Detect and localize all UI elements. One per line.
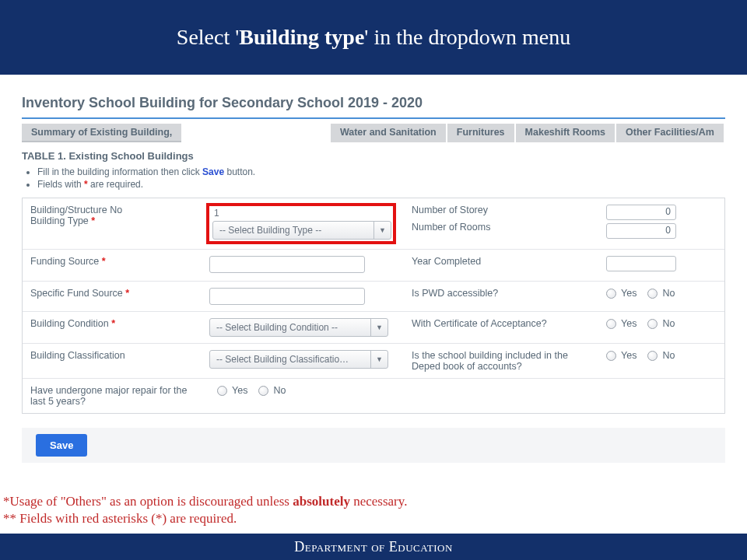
row1-left-inputs: 1 -- Select Building Type -- ▼ xyxy=(202,198,404,249)
banner-bold: Building type xyxy=(239,25,364,49)
row1-left-labels: Building/Structure No Building Type * xyxy=(23,198,202,233)
tab-makeshift-rooms[interactable]: Makeshift Rooms xyxy=(516,124,615,142)
dropdown-building-classification[interactable]: -- Select Building Classificatio… ▼ xyxy=(209,350,388,369)
input-funding-source[interactable] xyxy=(209,256,365,273)
radio-deped-yes[interactable] xyxy=(606,351,616,361)
label-number-rooms: Number of Rooms xyxy=(412,222,591,233)
label-structure-no: Building/Structure No xyxy=(30,205,194,215)
label-pwd-accessible: Is PWD accessible? xyxy=(404,282,598,305)
radio-pwd: Yes No xyxy=(606,288,707,299)
radio-repair-no[interactable] xyxy=(258,386,268,396)
label-building-condition: Building Condition xyxy=(30,318,111,329)
value-structure-no: 1 xyxy=(212,208,390,221)
radio-cert-no[interactable] xyxy=(647,319,658,329)
chevron-down-icon: ▼ xyxy=(370,319,388,336)
radio-deped: Yes No xyxy=(606,350,707,361)
instruction-1: Fill in the building information then cl… xyxy=(37,166,725,177)
banner-pre: Select ' xyxy=(177,25,239,49)
footer-text: Department of Education xyxy=(294,539,453,555)
chevron-down-icon: ▼ xyxy=(374,222,391,239)
input-number-rooms[interactable]: 0 xyxy=(606,223,676,239)
highlight-building-type: 1 -- Select Building Type -- ▼ xyxy=(206,203,396,244)
label-year-completed: Year Completed xyxy=(404,250,598,273)
tab-water-sanitation[interactable]: Water and Sanitation xyxy=(331,124,446,142)
tab-other-facilities[interactable]: Other Facilities/Am xyxy=(616,124,724,142)
tab-summary[interactable]: Summary of Existing Building, xyxy=(22,124,181,142)
radio-cert: Yes No xyxy=(606,318,707,329)
dropdown-building-type-text: -- Select Building Type -- xyxy=(213,225,374,236)
title-underline xyxy=(22,117,725,119)
label-building-type: Building Type xyxy=(30,215,91,226)
instructions-list: Fill in the building information then cl… xyxy=(22,166,725,190)
label-funding-source: Funding Source xyxy=(30,256,102,267)
instruction-2: Fields with * are required. xyxy=(37,179,725,190)
chevron-down-icon: ▼ xyxy=(370,351,388,368)
radio-pwd-yes[interactable] xyxy=(606,289,616,299)
radio-repair-yes[interactable] xyxy=(217,386,227,396)
row1-right-labels: Number of Storey Number of Rooms xyxy=(404,198,598,239)
input-specific-fund[interactable] xyxy=(209,288,365,305)
radio-deped-no[interactable] xyxy=(647,351,658,361)
label-major-repair: Have undergone major repair for the last… xyxy=(23,379,202,413)
label-specific-fund: Specific Fund Source xyxy=(30,288,125,299)
dropdown-building-type[interactable]: -- Select Building Type -- ▼ xyxy=(212,221,391,240)
label-certificate-acceptance: With Certificate of Acceptance? xyxy=(404,312,598,335)
label-deped-book: Is the school building included in the D… xyxy=(404,344,598,378)
footnotes: *Usage of "Others" as an option is disco… xyxy=(3,493,407,527)
save-bar: Save xyxy=(22,428,725,463)
label-number-storey: Number of Storey xyxy=(412,205,591,215)
table-title: TABLE 1. Existing School Buildings xyxy=(22,150,725,162)
tab-strip: Summary of Existing Building, Water and … xyxy=(22,124,725,142)
form-grid: Building/Structure No Building Type * 1 … xyxy=(22,198,725,414)
input-number-storey[interactable]: 0 xyxy=(606,205,676,220)
banner-post: ' in the dropdown menu xyxy=(364,25,570,49)
page-title: Inventory School Building for Secondary … xyxy=(22,81,725,117)
radio-cert-yes[interactable] xyxy=(606,319,616,329)
tab-furnitures[interactable]: Furnitures xyxy=(447,124,514,142)
footer-bar: Department of Education xyxy=(0,534,747,560)
label-building-classification: Building Classification xyxy=(23,344,202,367)
save-button[interactable]: Save xyxy=(36,434,87,457)
radio-pwd-no[interactable] xyxy=(647,289,658,299)
save-word: Save xyxy=(202,166,224,177)
radio-repair: Yes No xyxy=(209,385,396,396)
row1-right-inputs: 0 0 xyxy=(598,198,715,248)
dropdown-building-condition[interactable]: -- Select Building Condition -- ▼ xyxy=(209,318,388,337)
input-year-completed[interactable] xyxy=(606,256,676,271)
instruction-banner: Select 'Building type' in the dropdown m… xyxy=(0,0,747,75)
